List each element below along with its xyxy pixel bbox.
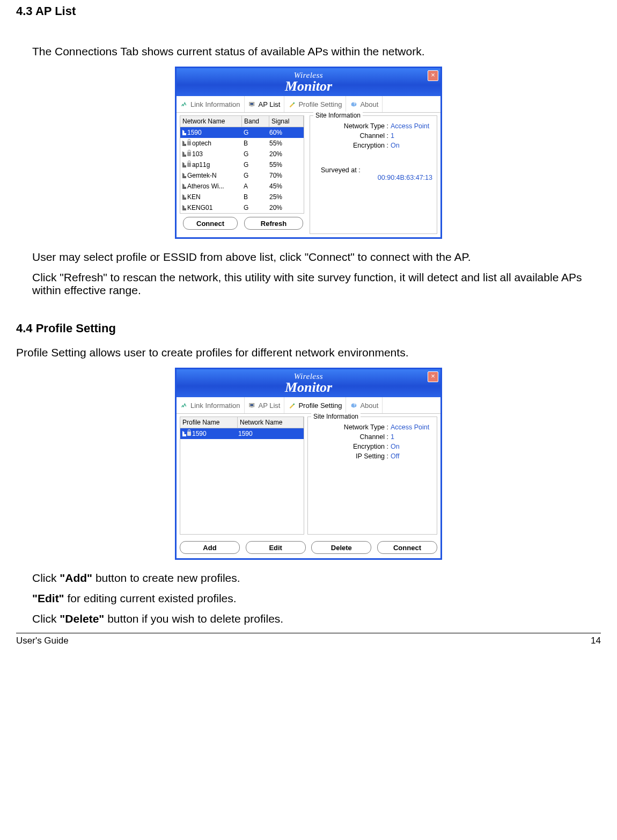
tab-ap-list[interactable]: AP List bbox=[245, 96, 285, 112]
footer-left: User's Guide bbox=[16, 636, 69, 646]
profile-setting-icon bbox=[288, 402, 296, 409]
ap-signal: 70% bbox=[268, 172, 304, 179]
ap-name: optech bbox=[192, 140, 211, 147]
ap-signal: 55% bbox=[268, 161, 304, 169]
ap-band: G bbox=[243, 204, 268, 211]
tab-about[interactable]: ? About bbox=[346, 397, 383, 413]
ap-icon bbox=[182, 162, 186, 167]
edit-button[interactable]: Edit bbox=[246, 541, 306, 554]
close-button[interactable]: × bbox=[428, 70, 438, 81]
text-delete-pre: Click bbox=[32, 612, 60, 625]
ap-band: A bbox=[243, 182, 268, 190]
text-delete-post: button if you wish to delete profiles. bbox=[104, 612, 283, 625]
label-channel: Channel : bbox=[359, 433, 388, 441]
tab-profile-setting[interactable]: Profile Setting bbox=[284, 397, 346, 413]
paragraph-add: Click "Add" button to create new profile… bbox=[32, 572, 601, 585]
text-add-bold: "Add" bbox=[60, 572, 92, 584]
table-row[interactable]: KENB25% bbox=[180, 192, 304, 202]
ap-icon bbox=[182, 205, 186, 210]
wireless-monitor-window-aplist: Wireless Monitor × Link Information AP L… bbox=[175, 67, 442, 239]
table-row[interactable]: ap11gG55% bbox=[180, 159, 304, 170]
paragraph-connections: The Connections Tab shows current status… bbox=[32, 45, 601, 58]
ap-band: G bbox=[243, 172, 268, 179]
value-encryption: On bbox=[391, 443, 432, 450]
tab-link-info-label: Link Information bbox=[190, 401, 240, 410]
ap-band: G bbox=[243, 150, 268, 158]
table-row[interactable]: 1590G60% bbox=[180, 127, 304, 138]
heading-4-3: 4.3 AP List bbox=[16, 4, 601, 18]
ap-list-table: Network Name Band Signal 1590G60%optechB… bbox=[180, 115, 304, 214]
text-delete-bold: "Delete" bbox=[60, 612, 104, 625]
tab-about-label: About bbox=[360, 401, 378, 410]
svg-text:?: ? bbox=[354, 102, 356, 106]
label-network-type: Network Type : bbox=[344, 423, 388, 431]
col-signal[interactable]: Signal bbox=[269, 116, 304, 127]
profile-table-body: 15901590 bbox=[180, 428, 304, 534]
site-info-legend: Site Information bbox=[313, 112, 363, 119]
profile-table-header: Profile Name Network Name bbox=[180, 417, 304, 428]
refresh-button[interactable]: Refresh bbox=[244, 217, 303, 230]
profile-name: 1590 bbox=[192, 430, 207, 437]
profile-table: Profile Name Network Name 15901590 bbox=[180, 417, 304, 535]
tab-about[interactable]: ? About bbox=[346, 96, 383, 112]
table-row[interactable]: KENG01G20% bbox=[180, 202, 304, 213]
tab-link-information[interactable]: Link Information bbox=[177, 96, 245, 112]
paragraph-delete: Click "Delete" button if you wish to del… bbox=[32, 612, 601, 625]
app-title: Wireless Monitor bbox=[285, 71, 332, 93]
label-channel: Channel : bbox=[359, 132, 388, 140]
ap-icon bbox=[182, 194, 186, 200]
ap-name: Gemtek-N bbox=[187, 172, 217, 179]
table-row[interactable]: Gemtek-NG70% bbox=[180, 170, 304, 181]
value-ip-setting: Off bbox=[391, 452, 432, 460]
connect-button[interactable]: Connect bbox=[377, 541, 437, 554]
signal-icon bbox=[180, 402, 188, 409]
table-row[interactable]: 103G20% bbox=[180, 149, 304, 159]
table-row[interactable]: 15901590 bbox=[180, 428, 304, 439]
ap-signal: 20% bbox=[268, 204, 304, 211]
ap-name: ap11g bbox=[192, 161, 210, 169]
ap-list-icon bbox=[248, 101, 256, 108]
tab-ap-list[interactable]: AP List bbox=[245, 397, 285, 413]
site-information-panel: Site Information Network Type :Access Po… bbox=[310, 115, 437, 234]
add-button[interactable]: Add bbox=[180, 541, 240, 554]
signal-icon bbox=[180, 101, 188, 108]
svg-rect-2 bbox=[251, 105, 253, 106]
site-information-panel: Site Information Network Type :Access Po… bbox=[307, 417, 437, 535]
site-info-legend: Site Information bbox=[311, 413, 361, 420]
ap-name: Atheros Wi... bbox=[187, 182, 224, 190]
value-encryption: On bbox=[391, 142, 432, 149]
tab-ap-list-label: AP List bbox=[259, 401, 281, 410]
connect-button[interactable]: Connect bbox=[183, 217, 238, 230]
col-network-name[interactable]: Network Name bbox=[180, 116, 242, 127]
ap-name: KEN bbox=[187, 193, 201, 201]
value-channel: 1 bbox=[391, 433, 432, 441]
about-icon: ? bbox=[350, 402, 358, 409]
ap-icon bbox=[182, 173, 186, 178]
paragraph-edit: "Edit" for editing current existed profi… bbox=[32, 592, 601, 605]
ap-list-icon bbox=[248, 402, 256, 409]
footer-rule bbox=[16, 633, 601, 633]
tab-strip: Link Information AP List Profile Setting… bbox=[177, 96, 440, 113]
delete-button[interactable]: Delete bbox=[311, 541, 371, 554]
lock-icon bbox=[187, 141, 191, 145]
col-band[interactable]: Band bbox=[242, 116, 269, 127]
lock-icon bbox=[187, 152, 191, 156]
tab-profile-setting[interactable]: Profile Setting bbox=[284, 96, 346, 112]
table-row[interactable]: optechB55% bbox=[180, 138, 304, 149]
label-encryption: Encryption : bbox=[353, 443, 388, 450]
col-profile-name[interactable]: Profile Name bbox=[180, 417, 238, 428]
about-icon: ? bbox=[350, 101, 358, 108]
ap-name: 1590 bbox=[187, 129, 202, 136]
ap-icon bbox=[182, 130, 186, 135]
tab-profile-setting-label: Profile Setting bbox=[298, 100, 342, 108]
table-row[interactable]: Atheros Wi...A45% bbox=[180, 181, 304, 192]
text-edit-bold: "Edit" bbox=[32, 592, 64, 604]
svg-rect-5 bbox=[250, 404, 253, 406]
lock-icon bbox=[187, 163, 191, 167]
text-edit-post: for editing current existed profiles. bbox=[64, 592, 237, 604]
tab-profile-setting-label: Profile Setting bbox=[298, 401, 342, 410]
col-network-name[interactable]: Network Name bbox=[238, 417, 304, 428]
tab-link-information[interactable]: Link Information bbox=[177, 397, 245, 413]
label-network-type: Network Type : bbox=[344, 122, 388, 130]
close-button[interactable]: × bbox=[428, 371, 438, 382]
